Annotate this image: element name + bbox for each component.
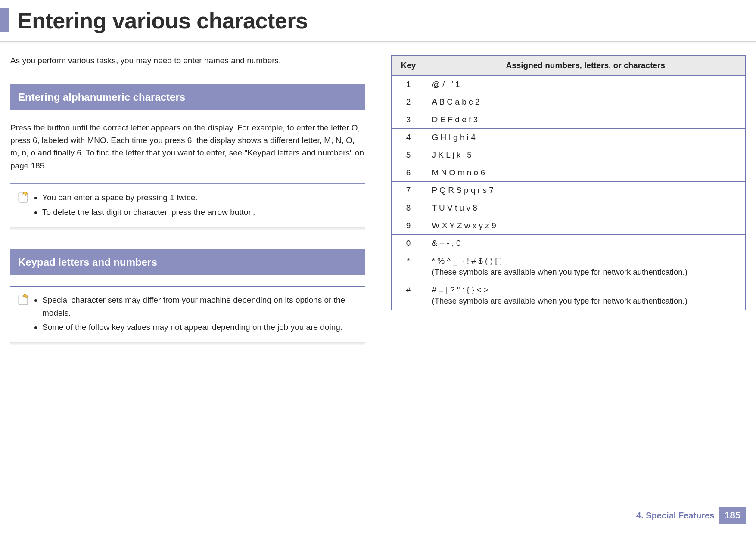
table-row: ** % ^ _ ~ ! # $ ( ) [ ](These symbols a…	[391, 252, 746, 281]
table-row: 9W X Y Z w x y z 9	[391, 217, 746, 235]
table-row: 1@ / . ' 1	[391, 76, 746, 93]
table-cell-chars-main: @ / . ' 1	[432, 80, 740, 89]
left-column: As you perform various tasks, you may ne…	[10, 55, 365, 364]
table-cell-chars-main: W X Y Z w x y z 9	[432, 221, 740, 230]
table-cell-chars-main: A B C a b c 2	[432, 97, 740, 107]
table-cell-chars: M N O m n o 6	[426, 164, 746, 182]
table-cell-key: 9	[391, 217, 426, 235]
note-icon	[17, 190, 30, 203]
table-row: 2A B C a b c 2	[391, 93, 746, 111]
note-1-item: To delete the last digit or character, p…	[42, 206, 358, 218]
table-cell-key: #	[391, 281, 426, 310]
table-cell-chars-sub: (These symbols are available when you ty…	[432, 296, 740, 306]
table-cell-chars-main: P Q R S p q r s 7	[432, 186, 740, 195]
note-box-1: You can enter a space by pressing 1 twic…	[10, 184, 365, 230]
table-cell-chars: # = | ? " : { } < > ;(These symbols are …	[426, 281, 746, 310]
section-heading-alphanumeric: Entering alphanumeric characters	[10, 84, 365, 110]
page-header: Entering various characters	[0, 0, 756, 42]
footer-page-number: 185	[719, 507, 746, 524]
table-cell-key: 3	[391, 111, 426, 129]
table-cell-chars-main: # = | ? " : { } < > ;	[432, 285, 740, 295]
table-row: 8T U V t u v 8	[391, 199, 746, 217]
table-cell-key: 2	[391, 93, 426, 111]
table-header-chars: Assigned numbers, letters, or characters	[426, 55, 746, 76]
table-cell-key: 1	[391, 76, 426, 93]
table-header-row: Key Assigned numbers, letters, or charac…	[391, 55, 746, 76]
table-cell-chars: @ / . ' 1	[426, 76, 746, 93]
note-icon	[17, 293, 30, 306]
table-cell-chars-main: G H I g h i 4	[432, 133, 740, 142]
note-2-list: Special character sets may differ from y…	[38, 294, 358, 333]
table-cell-key: 5	[391, 146, 426, 164]
keypad-table: Key Assigned numbers, letters, or charac…	[391, 55, 746, 310]
intro-text: As you perform various tasks, you may ne…	[10, 55, 365, 67]
table-cell-chars: D E F d e f 3	[426, 111, 746, 129]
note-2-item: Special character sets may differ from y…	[42, 294, 358, 319]
table-row: 4G H I g h i 4	[391, 129, 746, 146]
note-1-item: You can enter a space by pressing 1 twic…	[42, 191, 358, 204]
page-footer: 4. Special Features 185	[636, 507, 746, 524]
table-cell-chars: * % ^ _ ~ ! # $ ( ) [ ](These symbols ar…	[426, 252, 746, 281]
table-cell-chars-sub: (These symbols are available when you ty…	[432, 267, 740, 277]
table-cell-chars: A B C a b c 2	[426, 93, 746, 111]
table-cell-chars: J K L j k l 5	[426, 146, 746, 164]
note-box-2: Special character sets may differ from y…	[10, 286, 365, 345]
table-row: 6M N O m n o 6	[391, 164, 746, 182]
table-cell-key: 4	[391, 129, 426, 146]
right-column: Key Assigned numbers, letters, or charac…	[391, 55, 746, 364]
table-cell-chars: T U V t u v 8	[426, 199, 746, 217]
table-cell-chars-main: J K L j k l 5	[432, 150, 740, 160]
table-row: 5J K L j k l 5	[391, 146, 746, 164]
section-heading-keypad: Keypad letters and numbers	[10, 249, 365, 275]
page-title: Entering various characters	[17, 8, 756, 34]
note-2-item: Some of the follow key values may not ap…	[42, 321, 358, 333]
table-cell-key: 7	[391, 182, 426, 199]
table-cell-chars-main: M N O m n o 6	[432, 168, 740, 177]
note-1-list: You can enter a space by pressing 1 twic…	[38, 191, 358, 218]
table-cell-chars: P Q R S p q r s 7	[426, 182, 746, 199]
table-row: 3D E F d e f 3	[391, 111, 746, 129]
table-cell-chars-main: & + - , 0	[432, 239, 740, 248]
section1-paragraph: Press the button until the correct lette…	[10, 121, 365, 172]
header-accent-bar	[0, 8, 9, 32]
content-area: As you perform various tasks, you may ne…	[0, 42, 756, 364]
table-cell-chars: G H I g h i 4	[426, 129, 746, 146]
table-row: 0& + - , 0	[391, 235, 746, 252]
table-cell-chars-main: T U V t u v 8	[432, 203, 740, 213]
table-row: ## = | ? " : { } < > ;(These symbols are…	[391, 281, 746, 310]
table-cell-key: 6	[391, 164, 426, 182]
table-cell-chars: W X Y Z w x y z 9	[426, 217, 746, 235]
table-cell-chars-main: * % ^ _ ~ ! # $ ( ) [ ]	[432, 256, 740, 266]
table-header-key: Key	[391, 55, 426, 76]
table-cell-chars: & + - , 0	[426, 235, 746, 252]
table-cell-key: *	[391, 252, 426, 281]
table-row: 7P Q R S p q r s 7	[391, 182, 746, 199]
table-cell-chars-main: D E F d e f 3	[432, 115, 740, 124]
table-cell-key: 0	[391, 235, 426, 252]
table-cell-key: 8	[391, 199, 426, 217]
footer-chapter: 4. Special Features	[636, 511, 714, 521]
